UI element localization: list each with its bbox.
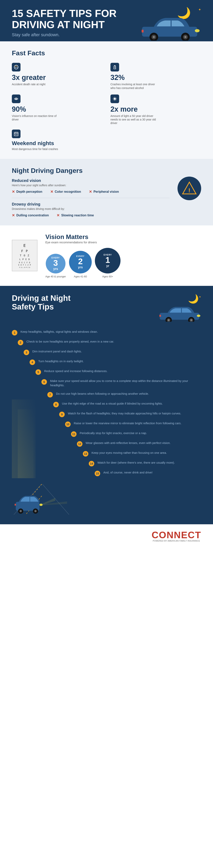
- age-label-40: Age 40 & younger: [45, 275, 66, 278]
- vision-content: Vision Matters Eye exam recommendations …: [45, 233, 201, 278]
- reduced-vision-block: Reduced vision Here's how your sight suf…: [12, 178, 169, 194]
- danger-label: Dulling concentration: [16, 214, 49, 217]
- danger-slowing-reaction: ✕ Slowing reaction time: [57, 213, 94, 218]
- tip-number-14: 14: [89, 461, 94, 466]
- connect-logo: CONNECT POWERED BY AMERICAN FAMILY INSUR…: [152, 530, 201, 542]
- brand-name: CONNECT: [152, 530, 201, 540]
- exam-item-40-under: EVERY 3 yrs Age 40 & younger: [45, 254, 66, 278]
- tip-text-11: Periodically stop for light snacks, exer…: [80, 431, 201, 435]
- safety-moon-icon: 🌙✦: [188, 294, 201, 304]
- danger-label: Color recognition: [55, 190, 81, 193]
- svg-point-40: [197, 315, 201, 317]
- header-subtitle: Stay safe after sundown.: [12, 32, 201, 37]
- drowsy-driving-items: ✕ Dulling concentration ✕ Slowing reacti…: [12, 213, 169, 218]
- svg-point-10: [15, 67, 16, 68]
- fast-facts-title: Fast Facts: [12, 49, 201, 57]
- accident-rate-number: 3x greater: [12, 73, 103, 82]
- vision-number: 90%: [12, 105, 103, 114]
- danger-color-recognition: ✕ Color recognition: [50, 190, 81, 194]
- x-icon: ✕: [57, 213, 59, 218]
- tip-text-9: Watch for the flash of headlights; they …: [68, 411, 201, 416]
- svg-rect-41: [159, 315, 161, 317]
- road-scene: [12, 484, 201, 517]
- tip-text-14: Watch for deer (where there's one, there…: [98, 461, 201, 465]
- eye-chart: E F P T O Z L P E D P E C F D E D F C Z …: [12, 240, 37, 271]
- dangers-title: Night Driving Dangers: [12, 167, 169, 175]
- svg-point-9: [14, 65, 18, 69]
- safety-title: Driving at Night Safety Tips: [12, 294, 71, 311]
- svg-text:!: !: [188, 187, 190, 193]
- svg-rect-8: [141, 30, 143, 32]
- svg-point-11: [17, 67, 17, 68]
- tip-number-5: 5: [35, 369, 41, 375]
- dangers-content: Night Driving Dangers Reduced vision Her…: [12, 167, 169, 218]
- years-number: 1: [105, 256, 110, 264]
- reduced-vision-title: Reduced vision: [12, 178, 169, 183]
- tip-text-3: Dim instrument panel and dash lights.: [32, 349, 201, 354]
- section-divider: [12, 198, 169, 198]
- tip-text-6: Make sure your speed would allow you to …: [50, 379, 201, 388]
- x-icon: ✕: [12, 190, 15, 194]
- svg-point-52: [35, 510, 36, 512]
- warning-circle: !: [178, 177, 201, 200]
- vision-subtitle: Eye exam recommendations for drivers: [45, 241, 201, 244]
- reduced-vision-items: ✕ Depth perception ✕ Color recognition ✕…: [12, 190, 169, 194]
- tip-text-1: Keep headlights, taillights, signal ligh…: [21, 330, 201, 334]
- exam-item-41-60: EVERY 2 yrs Ages 41-60: [69, 251, 92, 278]
- tip-text-8: Use the right edge of the road as a visu…: [62, 401, 201, 406]
- svg-rect-29: [15, 134, 16, 135]
- unit-label: yrs: [78, 266, 83, 269]
- danger-peripheral-vision: ✕ Peripheral vision: [89, 190, 119, 194]
- danger-label: Slowing reaction time: [61, 214, 94, 217]
- safety-car-moon: 🌙✦: [158, 294, 201, 322]
- drowsy-driving-title: Drowsy driving: [12, 202, 169, 207]
- dangers-header: Night Driving Dangers Reduced vision Her…: [12, 167, 201, 218]
- drowsy-driving-block: Drowsy driving Drowsiness makes driving …: [12, 202, 169, 218]
- weekend-label: Most dangerous time for fatal crashes: [12, 147, 59, 151]
- tip-number-10: 10: [65, 422, 71, 427]
- svg-point-15: [16, 98, 17, 99]
- svg-line-21: [113, 97, 114, 98]
- tips-container: 1 Keep headlights, taillights, signal li…: [12, 328, 201, 478]
- tip-number-1: 1: [12, 330, 17, 336]
- tip-number-3: 3: [24, 350, 29, 355]
- svg-line-23: [115, 97, 116, 98]
- danger-label: Depth perception: [16, 190, 43, 193]
- tip-11: 11 Periodically stop for light snacks, e…: [12, 429, 201, 439]
- alcohol-icon: [110, 63, 119, 71]
- tip-number-12: 12: [77, 441, 82, 447]
- tip-number-2: 2: [18, 340, 23, 345]
- tip-text-7: Do not use high beams when following or …: [56, 392, 201, 396]
- danger-depth-perception: ✕ Depth perception: [12, 190, 43, 194]
- age-label-41-60: Ages 41-60: [74, 275, 87, 278]
- svg-rect-25: [14, 132, 18, 136]
- years-number: 3: [53, 259, 58, 267]
- x-icon: ✕: [89, 190, 92, 194]
- exam-schedule: EVERY 3 yrs Age 40 & younger EVERY 2 yrs…: [45, 248, 201, 278]
- fast-facts-section: Fast Facts 3x greater Accident death rat…: [0, 41, 213, 159]
- tip-4: 4 Turn headlights on in early twilight.: [12, 357, 201, 367]
- road-car-svg: [12, 484, 71, 516]
- tip-number-13: 13: [83, 451, 88, 457]
- light-label: Amount of light a 50 year old driver nee…: [110, 114, 158, 125]
- x-icon: ✕: [50, 190, 53, 194]
- tip-number-4: 4: [30, 360, 35, 365]
- weekend-number: Weekend nights: [12, 140, 201, 147]
- age-label-60-plus: Ages 60+: [102, 275, 113, 278]
- tip-text-10: Raise or lower the rearview mirror to el…: [74, 421, 201, 426]
- calendar-icon: [12, 129, 21, 138]
- tip-number-6: 6: [42, 379, 47, 385]
- main-title: 15 SAFETY TIPS FOR DRIVING AT NIGHT: [12, 8, 130, 30]
- dangers-section: Night Driving Dangers Reduced vision Her…: [0, 159, 213, 225]
- svg-point-39: [190, 319, 192, 321]
- accident-rate-icon: [12, 63, 21, 71]
- tip-text-13: Keep your eyes moving rather than focusi…: [91, 451, 201, 455]
- vision-section: E F P T O Z L P E D P E C F D E D F C Z …: [0, 225, 213, 286]
- tip-1: 1 Keep headlights, taillights, signal li…: [12, 328, 201, 337]
- tip-14: 14 Watch for deer (where there's one, th…: [12, 459, 201, 468]
- safety-header: Driving at Night Safety Tips 🌙✦: [12, 294, 201, 322]
- vision-icon: [12, 94, 21, 103]
- tip-number-11: 11: [71, 431, 77, 437]
- x-icon: ✕: [12, 213, 15, 218]
- tip-text-5: Reduce speed and increase following dist…: [44, 369, 201, 373]
